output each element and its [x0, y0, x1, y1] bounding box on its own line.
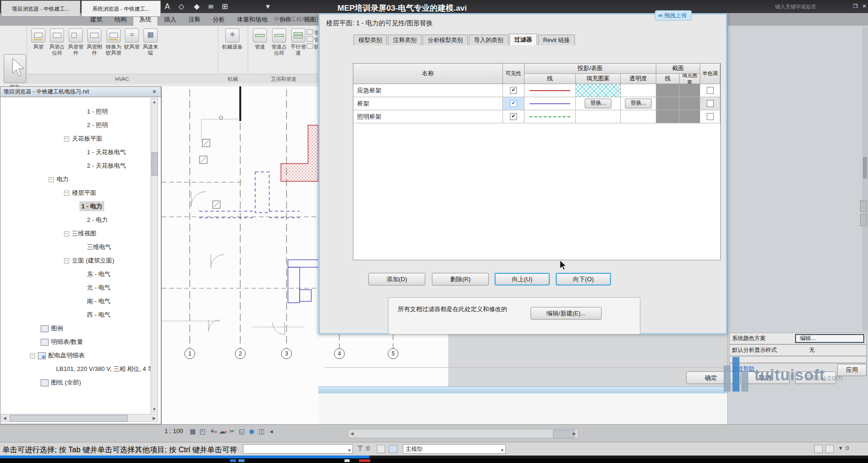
visibility-checkbox[interactable]: ✔	[510, 113, 517, 120]
halftone-checkbox[interactable]: ✔	[707, 100, 714, 107]
delete-filter-button[interactable]: 删除(R)	[432, 273, 489, 285]
tree-item[interactable]: 2 - 电力	[1, 213, 151, 227]
transparency-cell[interactable]	[621, 84, 656, 97]
projection-fill-cell[interactable]	[576, 84, 621, 97]
pipe-side-tools[interactable]: 管件 管路附件 软管	[307, 29, 318, 50]
canvas-horizontal-scrollbar[interactable]: ◀ ▶	[348, 429, 579, 438]
status-icon-2[interactable]	[825, 445, 834, 453]
collapse-icon[interactable]: −	[49, 177, 54, 182]
crop-view-icon[interactable]: ✂	[228, 427, 237, 436]
tree-item[interactable]: 南 - 电气	[1, 294, 151, 308]
properties-help-link[interactable]: 属性帮助	[732, 365, 754, 372]
tool-pipe-placeholder[interactable]: 管道占位符	[269, 28, 289, 56]
move-up-button[interactable]: 向上(U)	[495, 273, 550, 285]
transparency-cell[interactable]	[621, 110, 656, 123]
tab-analyze[interactable]: 分析	[207, 13, 231, 26]
collapse-icon[interactable]: −	[64, 258, 69, 264]
halftone-checkbox[interactable]: ✔	[707, 87, 714, 94]
scroll-left-icon[interactable]: ◀	[2, 416, 7, 420]
add-filter-button[interactable]: 添加(D)	[368, 273, 425, 285]
collapse-icon[interactable]: ◂	[267, 427, 276, 436]
tree-item[interactable]: LB101, 220 V/380 V, 三相 相位, 4 导线	[1, 362, 151, 376]
tool-pipe[interactable]: 管道	[251, 28, 269, 50]
scroll-up-icon[interactable]: ▲	[151, 100, 157, 104]
tree-item-legends[interactable]: 图例	[1, 321, 151, 335]
editable-only-icon[interactable]	[377, 445, 385, 453]
tab-annotation-categories[interactable]: 注释类别	[388, 35, 422, 45]
tab-imported-categories[interactable]: 导入的类别	[469, 35, 509, 45]
projection-line-cell[interactable]	[524, 110, 576, 123]
workset-dropdown[interactable]: ▼	[243, 444, 353, 454]
modify-button[interactable]	[4, 54, 26, 83]
visibility-cell[interactable]: ✔	[503, 97, 524, 110]
transparency-cell[interactable]: 替换...	[621, 97, 656, 110]
press-drag-icon[interactable]	[389, 445, 397, 453]
detail-level-icon[interactable]: ▦	[188, 427, 197, 436]
qat-more-icon[interactable]: ▾	[262, 1, 274, 11]
property-row-system-color[interactable]: 系统颜色方案 编辑...	[729, 333, 867, 344]
edit-new-button[interactable]: 编辑/新建(E)...	[531, 307, 602, 320]
projection-line-cell[interactable]	[524, 97, 576, 110]
canvas-below-dialog[interactable]: 4 5	[318, 335, 448, 386]
tool-parallel-pipes[interactable]: 平行管道	[289, 28, 308, 56]
ok-button[interactable]: 确定	[686, 371, 736, 384]
shadows-off-icon[interactable]: ☁✕	[218, 427, 227, 436]
projection-fill-cell[interactable]: 替换...	[576, 97, 621, 110]
close-icon[interactable]: ✕	[151, 88, 158, 95]
temporary-hide-icon[interactable]: ◫	[257, 427, 266, 436]
default-3d-view-icon[interactable]: ◇	[175, 1, 187, 11]
text-icon[interactable]: A	[161, 1, 173, 11]
filter-row-name[interactable]: 桥架	[353, 97, 503, 110]
panel-label-mechanical[interactable]: 机械	[219, 74, 247, 84]
tab-revit-links[interactable]: Revit 链接	[538, 35, 575, 45]
visibility-checkbox[interactable]: ✔	[510, 100, 517, 107]
tree-item[interactable]: −天花板平面	[1, 132, 151, 145]
show-crop-region-icon[interactable]: ◱	[237, 427, 246, 436]
tree-item[interactable]: 2 - 天花板电气	[1, 159, 151, 172]
tree-item[interactable]: −楼层平面	[1, 186, 151, 199]
sun-path-off-icon[interactable]: ☀✕	[208, 427, 217, 436]
tool-convert-flex-duct[interactable]: 转换为软风管	[104, 28, 123, 56]
tab-project-browser[interactable]: 项目浏览器 - 中铁建工...	[1, 0, 80, 17]
collapse-icon[interactable]: −	[30, 353, 35, 358]
palette-apply-button[interactable]: 应用	[837, 364, 867, 376]
switch-windows-icon[interactable]: ⊞	[219, 1, 231, 11]
tree-item-panel-schedules[interactable]: −配电盘明细表	[1, 349, 151, 362]
property-row-analysis-style[interactable]: 默认分析显示样式 无	[729, 344, 867, 356]
tree-item-schedules[interactable]: 明细表/数量	[1, 335, 151, 349]
project-browser-header[interactable]: 项目浏览器 - 中铁建工机电练习.rvt	[0, 86, 161, 97]
tree-item-sheets[interactable]: 图纸 (全部)	[1, 376, 151, 389]
panel-label-hvac[interactable]: HVAC	[27, 74, 217, 84]
design-option-dropdown[interactable]: 主模型▼	[403, 444, 506, 454]
move-down-button[interactable]: 向下(O)	[556, 273, 611, 285]
visibility-cell[interactable]: ✔	[503, 110, 524, 123]
restore-window-icon[interactable]: ❐	[852, 3, 859, 9]
cancel-button[interactable]: 取消	[740, 371, 790, 384]
tool-air-terminal[interactable]: ▦风道末端	[141, 28, 160, 56]
projection-fill-cell[interactable]	[576, 110, 621, 123]
reveal-hidden-icon[interactable]: ◉	[247, 427, 256, 436]
filter-row-name[interactable]: 应急桥架	[353, 84, 503, 97]
visual-style-icon[interactable]: ◰	[198, 427, 207, 436]
palette-scrollbar[interactable]	[862, 27, 868, 331]
visibility-cell[interactable]: ✔	[503, 84, 524, 97]
close-window-icon[interactable]: ✕	[861, 3, 868, 9]
tree-item[interactable]: 北 - 电气	[1, 281, 151, 294]
tab-analytical-categories[interactable]: 分析模型类别	[423, 35, 468, 45]
tab-filters[interactable]: 过滤器	[509, 34, 538, 45]
halftone-checkbox[interactable]: ✔	[707, 113, 714, 120]
tree-item[interactable]: 东 - 电气	[1, 267, 151, 281]
upload-button[interactable]: ∞拖拽上传	[655, 10, 692, 21]
tab-massing-site[interactable]: 体量和场地	[231, 13, 273, 26]
tool-mechanical-equipment[interactable]: ✳机械设备	[221, 28, 244, 50]
tab-annotate[interactable]: 注释	[182, 13, 207, 26]
scroll-left-icon[interactable]: ◀	[349, 431, 355, 436]
tree-item-current-view[interactable]: 1 - 电力	[1, 199, 151, 213]
edit-color-scheme-button[interactable]: 编辑...	[795, 334, 864, 343]
filter-row-name[interactable]: 照明桥架	[353, 110, 503, 123]
tool-duct[interactable]: 风管	[29, 28, 48, 50]
drawing-area[interactable]: 1 2 3	[161, 86, 318, 424]
tree-item[interactable]: 三维电气	[1, 240, 151, 254]
tree-vertical-scrollbar[interactable]: ▲ ▼	[151, 98, 158, 413]
status-icon-1[interactable]	[814, 445, 823, 453]
